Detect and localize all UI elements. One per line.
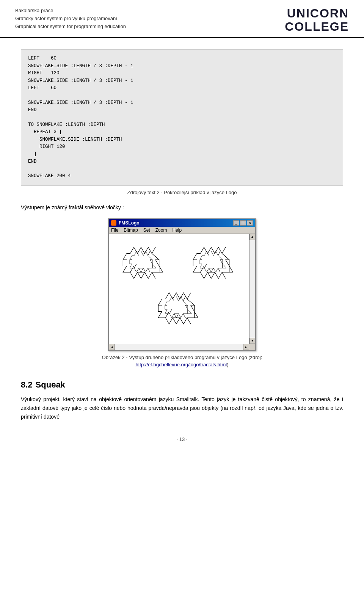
fmslogo-titlebar: FMSLogo _ □ ✕ <box>109 219 255 227</box>
section-number: 8.2 <box>21 380 33 389</box>
code-caption: Zdrojový text 2 - Pokročilejší příklad v… <box>21 190 343 195</box>
menu-bitmap[interactable]: Bitmap <box>124 228 138 233</box>
menu-help[interactable]: Help <box>172 228 182 233</box>
logo-unicorn: UNICORN <box>285 7 349 20</box>
scroll-track-bottom <box>115 344 243 350</box>
page-footer: · 13 · <box>0 429 364 450</box>
page-number: · 13 · <box>177 436 188 442</box>
snowflake-drawing <box>109 234 249 344</box>
scroll-left-arrow[interactable]: ◄ <box>109 344 115 350</box>
fmslogo-scrollbar-bottom[interactable]: ◄ ► <box>109 344 249 350</box>
title-en: Graphical actor system for programming e… <box>15 23 126 31</box>
image-caption-text: Obrázek 2 - Výstup druhého příkladového … <box>102 355 262 360</box>
fmslogo-body: ▲ ▼ <box>109 234 255 344</box>
fmslogo-title-text: FMSLogo <box>119 220 140 226</box>
title-cs: Grafický actor systém pro výuku programo… <box>15 15 126 23</box>
fmslogo-window: FMSLogo _ □ ✕ File Bitmap Set Zoom Help <box>108 218 256 351</box>
output-intro: Výstupem je známý fraktál sněhové vločky… <box>21 204 343 212</box>
logo-college: COLLEGE <box>285 20 349 33</box>
scroll-corner <box>249 344 255 350</box>
scroll-right-arrow[interactable]: ► <box>243 344 249 350</box>
menu-set[interactable]: Set <box>143 228 150 233</box>
body-paragraph: Výukový projekt, který staví na objektov… <box>21 395 343 421</box>
fmslogo-app-icon <box>111 220 116 226</box>
image-caption-link[interactable]: http://et.bgcbellevue.org/logo/fractals.… <box>136 362 227 367</box>
fmslogo-canvas <box>109 234 249 344</box>
doc-type-label: Bakalářská práce <box>15 7 126 15</box>
main-content: LEFT 60 SNOWFLAKE.SIDE :LENGTH / 3 :DEPT… <box>0 49 364 421</box>
header-title-block: Bakalářská práce Grafický actor systém p… <box>15 7 126 30</box>
section-title: Squeak <box>36 380 65 389</box>
section-heading: 8.2Squeak <box>21 380 343 390</box>
fmslogo-menubar: File Bitmap Set Zoom Help <box>109 227 255 234</box>
maximize-button[interactable]: □ <box>240 220 246 226</box>
fmslogo-footer: ◄ ► <box>109 344 255 350</box>
image-caption: Obrázek 2 - Výstup druhého příkladového … <box>21 354 343 369</box>
fmslogo-window-controls[interactable]: _ □ ✕ <box>233 220 253 226</box>
menu-file[interactable]: File <box>111 228 118 233</box>
menu-zoom[interactable]: Zoom <box>155 228 167 233</box>
close-button[interactable]: ✕ <box>247 220 253 226</box>
image-caption-suffix: ) <box>227 362 228 367</box>
minimize-button[interactable]: _ <box>233 220 239 226</box>
code-block: LEFT 60 SNOWFLAKE.SIDE :LENGTH / 3 :DEPT… <box>21 49 343 185</box>
unicorn-college-logo: UNICORN COLLEGE <box>285 7 349 33</box>
fmslogo-scrollbar-right[interactable]: ▲ ▼ <box>249 234 255 344</box>
scroll-up-arrow[interactable]: ▲ <box>249 234 256 240</box>
logo-area: UNICORN COLLEGE <box>285 7 349 33</box>
scroll-down-arrow[interactable]: ▼ <box>249 338 256 344</box>
scroll-track-right <box>249 240 255 338</box>
fmslogo-title-left: FMSLogo <box>111 220 140 226</box>
page-header: Bakalářská práce Grafický actor systém p… <box>0 0 364 38</box>
